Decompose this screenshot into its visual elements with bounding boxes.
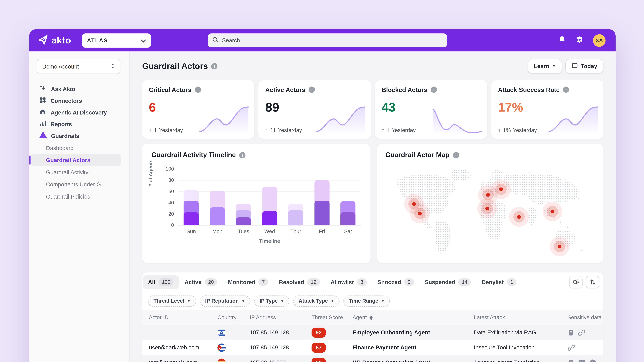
settings-gear-icon[interactable] bbox=[576, 35, 584, 45]
y-tick-label: 40 bbox=[168, 200, 174, 206]
bar-segment[interactable] bbox=[314, 201, 330, 225]
filter-chips: Threat Level▼IP Reputation▼IP Type▼Attac… bbox=[142, 292, 604, 310]
tab-snoozed[interactable]: Snoozed2 bbox=[372, 275, 419, 289]
cell-latest-attack: Data Exfiltration via RAG bbox=[474, 329, 568, 336]
sidebar-item-ask-akto[interactable]: Ask Akto bbox=[37, 83, 125, 95]
table-row[interactable]: user@darkweb.com107.85.149.12887Finance … bbox=[142, 340, 604, 355]
chevron-down-icon: ▼ bbox=[381, 299, 384, 303]
filter-chip-ip-reputation[interactable]: IP Reputation▼ bbox=[200, 295, 250, 307]
tab-denylist[interactable]: Denylist1 bbox=[476, 275, 522, 289]
link-icon[interactable] bbox=[578, 329, 586, 336]
bar-tues[interactable] bbox=[230, 169, 256, 225]
map-threat-marker[interactable] bbox=[550, 210, 554, 213]
sidebar-item-reports[interactable]: Reports bbox=[37, 118, 125, 130]
info-icon[interactable] bbox=[589, 359, 596, 362]
x-tick-label: Tues bbox=[230, 229, 256, 235]
search-input[interactable] bbox=[222, 37, 443, 43]
filter-chip-threat-level[interactable]: Threat Level▼ bbox=[148, 295, 196, 307]
bar-mon[interactable] bbox=[204, 169, 230, 225]
arrow-up-icon: ↑ bbox=[265, 127, 268, 133]
filter-chip-attack-type[interactable]: Attack Type▼ bbox=[293, 295, 340, 307]
sparkline-chart bbox=[432, 105, 482, 134]
threat-score-badge: 92 bbox=[312, 328, 326, 338]
tab-active[interactable]: Active20 bbox=[179, 275, 222, 289]
bar-wed[interactable] bbox=[256, 169, 283, 225]
cell-country bbox=[218, 343, 250, 352]
stat-card-active-actors: Active Actorsi 89 ↑11Yesterday bbox=[258, 80, 371, 139]
sidebar-item-components-under-guardrails[interactable]: Components Under G... bbox=[30, 178, 121, 190]
column-header-ip-address[interactable]: IP Address bbox=[250, 314, 312, 321]
document-icon[interactable] bbox=[568, 329, 574, 336]
tab-count-badge: 2 bbox=[404, 278, 414, 286]
info-icon[interactable]: i bbox=[239, 152, 246, 158]
map-threat-marker[interactable] bbox=[485, 207, 489, 211]
sort-carets-icon[interactable]: ▲▼ bbox=[368, 315, 374, 320]
chat-icon[interactable] bbox=[578, 359, 586, 362]
sidebar-item-dashboard[interactable]: Dashboard bbox=[30, 142, 121, 154]
info-icon[interactable]: i bbox=[453, 152, 459, 158]
map-threat-marker[interactable] bbox=[418, 211, 422, 215]
bar-segment[interactable] bbox=[262, 211, 277, 225]
table-row[interactable]: –107.85.149.12892Employee Onboarding Age… bbox=[142, 325, 604, 340]
document-icon[interactable] bbox=[568, 359, 574, 362]
info-icon[interactable]: i bbox=[195, 86, 201, 93]
column-header-actor-id[interactable]: Actor ID bbox=[149, 314, 218, 321]
bar-segment[interactable] bbox=[184, 212, 199, 225]
column-header-sensitive-data[interactable]: Sensitive data bbox=[568, 314, 604, 321]
account-selector[interactable]: Demo Account bbox=[37, 59, 120, 74]
info-icon[interactable]: i bbox=[309, 86, 315, 93]
filter-chip-ip-type[interactable]: IP Type▼ bbox=[254, 295, 290, 307]
tab-count-badge: 7 bbox=[259, 278, 268, 286]
sidebar-item-guardrail-policies[interactable]: Guardrail Policies bbox=[30, 191, 121, 202]
link-icon[interactable] bbox=[568, 344, 575, 351]
bar-fri[interactable] bbox=[309, 169, 335, 225]
tab-suspended[interactable]: Suspended14 bbox=[419, 275, 476, 289]
chevron-down-icon: ▼ bbox=[242, 299, 245, 303]
updown-chevrons-icon bbox=[111, 63, 115, 70]
map-threat-marker[interactable] bbox=[558, 245, 562, 248]
learn-button[interactable]: Learn ▼ bbox=[528, 59, 562, 73]
tab-allowlist[interactable]: Allowlist3 bbox=[325, 275, 372, 289]
brand-logo[interactable]: akto bbox=[38, 34, 71, 47]
sidebar-item-guardrail-actors[interactable]: Guardrail Actors bbox=[30, 154, 121, 166]
sidebar-item-guardrails[interactable]: Guardrails bbox=[37, 130, 125, 142]
bar-segment[interactable] bbox=[340, 212, 356, 225]
cell-latest-attack: Insecure Tool Invocation bbox=[474, 344, 568, 351]
tab-monitored[interactable]: Monitored7 bbox=[222, 275, 274, 289]
filter-chip-time-range[interactable]: Time Range▼ bbox=[343, 295, 390, 307]
bar-sat[interactable] bbox=[335, 169, 361, 225]
bar-segment[interactable] bbox=[210, 207, 225, 225]
map-threat-marker[interactable] bbox=[517, 215, 521, 219]
bar-segment[interactable] bbox=[288, 210, 303, 225]
x-tick-label: Thur bbox=[283, 229, 309, 235]
map-threat-marker[interactable] bbox=[499, 187, 503, 191]
column-header-latest-attack[interactable]: Latest Attack bbox=[474, 314, 568, 321]
info-icon[interactable]: i bbox=[563, 86, 569, 93]
today-button[interactable]: Today bbox=[566, 59, 604, 73]
workspace-select[interactable]: ATLAS bbox=[82, 33, 151, 47]
avatar[interactable]: XA bbox=[593, 34, 606, 47]
map-threat-marker[interactable] bbox=[412, 202, 416, 206]
table-sort-button[interactable] bbox=[586, 276, 599, 288]
bar-segment[interactable] bbox=[236, 217, 251, 225]
map-threat-marker[interactable] bbox=[486, 193, 490, 197]
cell-threat-score: 87 bbox=[312, 343, 352, 353]
tab-all[interactable]: All120 bbox=[142, 275, 179, 289]
info-icon[interactable]: i bbox=[211, 63, 218, 69]
info-icon[interactable]: i bbox=[431, 86, 437, 93]
column-header-threat-score[interactable]: Threat Score bbox=[312, 314, 352, 321]
table-search-filter-button[interactable] bbox=[569, 276, 582, 288]
column-header-country[interactable]: Country bbox=[218, 314, 250, 321]
sidebar-item-guardrail-activity[interactable]: Guardrail Activity bbox=[30, 166, 121, 178]
sidebar-item-agentic-ai-discovery[interactable]: Agentic AI Discovery bbox=[37, 107, 125, 118]
table-row[interactable]: test@example.com165.22.42.23382HR Resume… bbox=[142, 355, 604, 362]
bar-thur[interactable] bbox=[283, 169, 309, 225]
grid-icon bbox=[39, 96, 46, 105]
bar-sun[interactable] bbox=[178, 169, 204, 225]
tab-resolved[interactable]: Resolved12 bbox=[274, 275, 325, 289]
calendar-icon bbox=[572, 62, 578, 70]
notifications-bell-icon[interactable] bbox=[558, 35, 566, 45]
column-header-agent[interactable]: Agent▲▼ bbox=[352, 314, 474, 321]
global-search[interactable] bbox=[208, 33, 447, 47]
sidebar-item-connectors[interactable]: Connectors bbox=[37, 95, 125, 107]
